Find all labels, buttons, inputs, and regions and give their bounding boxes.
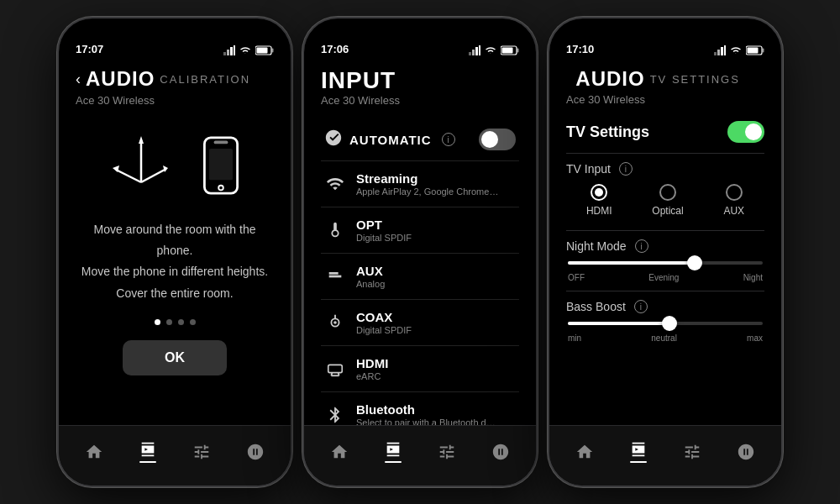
tv-input-info[interactable]: i (619, 162, 633, 176)
bass-boost-thumb[interactable] (662, 316, 677, 331)
section-title: TV Settings (566, 123, 649, 141)
phone-notch-3 (627, 27, 703, 49)
nav-input-3[interactable] (619, 435, 658, 468)
radio-hdmi[interactable]: HDMI (586, 184, 612, 217)
axes-icon (108, 132, 175, 202)
divider-2 (566, 230, 764, 231)
coax-sub: Digital SPDIF (356, 325, 499, 335)
input-item-aux[interactable]: AUX Analog (321, 254, 519, 300)
input-item-coax[interactable]: COAX Digital SPDIF (321, 300, 519, 346)
svg-rect-16 (209, 149, 233, 180)
opt-sub: Digital SPDIF (356, 233, 499, 243)
bass-boost-label: Bass Boost i (566, 300, 764, 313)
input-item-streaming[interactable]: Streaming Apple AirPlay 2, Google Chrome… (321, 161, 519, 207)
night-mode-labels: OFF Evening Night (568, 273, 763, 282)
bluetooth-sub: Select to pair with a Bluetooth device (356, 417, 499, 425)
p3-header: ‹ AUDIO TV SETTINGS (566, 67, 764, 91)
bass-boost-track (568, 322, 763, 325)
p2-title: INPUT (321, 67, 519, 94)
input-item-opt[interactable]: OPT Digital SPDIF (321, 207, 519, 254)
tv-input-radio-group: HDMI Optical AUX (566, 184, 764, 217)
input-icon-3 (629, 440, 648, 459)
automatic-row[interactable]: AUTOMATIC i (321, 118, 519, 161)
status-icons-3 (714, 45, 764, 55)
battery-icon-1 (255, 45, 274, 55)
hdmi-text: HDMI eARC (356, 356, 516, 381)
home-icon-2 (330, 443, 349, 461)
radio-circle-aux (726, 184, 743, 201)
nav-eq-2[interactable] (428, 438, 466, 466)
night-mode-info[interactable]: i (635, 239, 648, 253)
back-arrow-1[interactable]: ‹ (76, 71, 81, 88)
night-mode-slider[interactable]: OFF Evening Night (566, 261, 764, 282)
calibration-text: Move around the room with the phone. Mov… (76, 219, 274, 304)
nav-home-2[interactable] (320, 438, 359, 466)
calibration-graphic (76, 132, 274, 202)
toggle-knob (481, 131, 498, 148)
svg-rect-22 (517, 49, 519, 53)
nav-settings-2[interactable] (481, 438, 520, 466)
tv-settings-section-header: TV Settings (566, 121, 764, 143)
bass-boost-slider[interactable]: min neutral max (566, 322, 764, 343)
radio-optical[interactable]: Optical (652, 184, 683, 217)
bass-boost-info[interactable]: i (634, 300, 648, 313)
radio-aux[interactable]: AUX (723, 184, 744, 217)
bluetooth-icon (324, 406, 346, 424)
bass-boost-labels: min neutral max (568, 333, 763, 343)
nav-eq-1[interactable] (182, 438, 221, 466)
divider-3 (566, 291, 764, 291)
bottom-nav-3 (549, 425, 781, 486)
tv-settings-toggle[interactable] (727, 121, 764, 143)
dots-row (76, 319, 274, 325)
automatic-label: AUTOMATIC (349, 133, 432, 147)
svg-rect-2 (230, 47, 233, 55)
p1-device: Ace 30 Wireless (76, 94, 274, 107)
dot-1 (155, 319, 160, 325)
status-icons-1 (223, 45, 274, 55)
bottom-nav-1 (59, 425, 291, 486)
automatic-toggle[interactable] (479, 129, 516, 150)
nav-input-1[interactable] (129, 435, 167, 468)
bottom-nav-2 (304, 425, 536, 486)
ok-button[interactable]: OK (123, 340, 227, 375)
nav-settings-1[interactable] (236, 438, 275, 466)
svg-rect-19 (475, 47, 478, 55)
p3-title: AUDIO (575, 67, 644, 91)
tv-input-label: TV Input i (566, 162, 764, 176)
signal-icon-3 (714, 45, 726, 55)
back-arrow-3[interactable]: ‹ (566, 71, 570, 87)
nav-home-3[interactable] (565, 438, 604, 466)
automatic-icon (324, 129, 343, 150)
opt-label: OPT (356, 218, 516, 232)
night-mode-track (568, 261, 763, 265)
nav-eq-3[interactable] (673, 438, 711, 466)
svg-rect-18 (472, 50, 475, 55)
night-mode-thumb[interactable] (687, 255, 702, 270)
nav-input-2[interactable] (374, 435, 412, 468)
input-list: AUTOMATIC i Streaming (321, 118, 519, 425)
phone1-content: ‹ AUDIO CALIBRATION Ace 30 Wireless (59, 18, 291, 425)
tv-settings-toggle-knob (745, 123, 762, 140)
opt-icon (324, 221, 346, 239)
nav-settings-3[interactable] (727, 438, 765, 466)
wifi-icon-3 (730, 45, 742, 55)
battery-icon-2 (501, 45, 519, 55)
bluetooth-label: Bluetooth (356, 402, 516, 417)
svg-rect-14 (214, 141, 228, 144)
night-mode-fill (568, 261, 695, 265)
radio-label-aux: AUX (723, 205, 744, 217)
streaming-sub: Apple AirPlay 2, Google Chromecast, Spot… (356, 186, 499, 197)
phone-notch-2 (382, 27, 458, 49)
nav-home-1[interactable] (75, 438, 113, 466)
settings-icon-3 (737, 443, 755, 461)
auto-info-icon[interactable]: i (442, 133, 455, 146)
svg-rect-35 (714, 52, 717, 55)
nav-underline-2 (385, 461, 402, 463)
aux-sub: Analog (356, 279, 499, 289)
status-icons-2 (469, 45, 519, 55)
input-item-hdmi[interactable]: HDMI eARC (321, 346, 519, 392)
input-item-bluetooth[interactable]: Bluetooth Select to pair with a Bluetoot… (321, 392, 519, 425)
svg-rect-17 (469, 52, 471, 55)
wifi-icon-1 (239, 45, 251, 55)
aux-label: AUX (356, 264, 516, 278)
